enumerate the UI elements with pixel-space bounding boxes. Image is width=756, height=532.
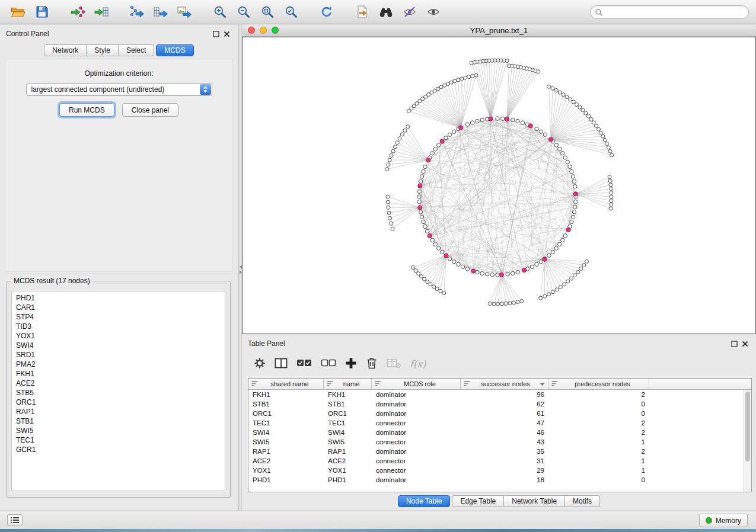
unselect-all-button[interactable] xyxy=(321,357,336,371)
import-table-button[interactable] xyxy=(90,2,112,21)
cell-successor-nodes[interactable]: 31 xyxy=(461,457,548,464)
export-table-button[interactable] xyxy=(149,2,171,21)
mcds-result-item[interactable]: PHD1 xyxy=(16,293,221,303)
close-panel-button-mcds[interactable]: Close panel xyxy=(122,103,178,117)
task-history-button[interactable] xyxy=(7,514,23,526)
cell-mcds-role[interactable]: dominator xyxy=(372,400,461,408)
cell-predecessor-nodes[interactable]: 0 xyxy=(548,476,649,483)
column-header-successor-nodes[interactable]: successor nodes xyxy=(461,379,548,389)
tab-network[interactable]: Network xyxy=(44,44,87,56)
cell-shared-name[interactable]: YOX1 xyxy=(248,467,324,474)
float-panel-button[interactable] xyxy=(210,29,221,39)
zoom-in-button[interactable] xyxy=(209,2,231,21)
cell-successor-nodes[interactable]: 46 xyxy=(461,429,548,436)
network-graph[interactable] xyxy=(243,37,755,334)
column-header-mcds-role[interactable]: MCDS role xyxy=(372,379,461,389)
float-table-panel-button[interactable] xyxy=(729,339,739,348)
cell-shared-name[interactable]: FKH1 xyxy=(248,391,324,398)
cell-name[interactable]: ACE2 xyxy=(324,457,372,464)
filter-button[interactable] xyxy=(398,2,420,21)
table-row[interactable]: STB1 STB1 dominator 62 0 xyxy=(248,399,744,409)
zoom-fit-button[interactable] xyxy=(256,2,278,21)
cell-name[interactable]: RAP1 xyxy=(324,448,372,455)
cell-successor-nodes[interactable]: 29 xyxy=(461,467,548,474)
scrollbar-thumb[interactable] xyxy=(745,392,750,462)
mcds-result-item[interactable]: SRD1 xyxy=(16,350,221,360)
criterion-select[interactable]: largest connected component (undirected) xyxy=(26,83,212,96)
tab-style[interactable]: Style xyxy=(87,44,119,56)
cell-predecessor-nodes[interactable]: 2 xyxy=(548,448,649,455)
cell-name[interactable]: TEC1 xyxy=(324,419,372,427)
cell-successor-nodes[interactable]: 61 xyxy=(461,410,548,417)
tab-node-table[interactable]: Node Table xyxy=(398,495,451,507)
export-image-button[interactable] xyxy=(173,2,195,21)
cell-successor-nodes[interactable]: 62 xyxy=(461,400,548,408)
mcds-result-item[interactable]: ACE2 xyxy=(16,379,221,388)
mcds-result-item[interactable]: GCR1 xyxy=(16,445,221,454)
delete-column-button[interactable] xyxy=(366,357,378,371)
mcds-result-item[interactable]: PMA2 xyxy=(16,360,221,369)
table-row[interactable]: SWI5 SWI5 connector 43 1 xyxy=(248,437,744,447)
cell-name[interactable]: STB1 xyxy=(324,400,372,408)
table-row[interactable]: YOX1 YOX1 connector 29 1 xyxy=(248,466,744,475)
cell-mcds-role[interactable]: dominator xyxy=(372,429,461,436)
cell-name[interactable]: FKH1 xyxy=(324,391,372,398)
cell-shared-name[interactable]: RAP1 xyxy=(248,448,324,455)
mcds-result-item[interactable]: STB1 xyxy=(16,416,221,426)
save-button[interactable] xyxy=(31,2,53,21)
mcds-result-item[interactable]: TEC1 xyxy=(16,435,221,445)
close-table-panel-button[interactable] xyxy=(739,339,750,348)
refresh-button[interactable] xyxy=(315,2,337,21)
find-button[interactable] xyxy=(375,2,397,21)
import-network-button[interactable] xyxy=(66,2,88,21)
select-all-button[interactable] xyxy=(296,357,312,371)
mcds-result-item[interactable]: STB5 xyxy=(16,388,221,398)
cell-name[interactable]: ORC1 xyxy=(324,410,372,417)
cell-predecessor-nodes[interactable]: 2 xyxy=(548,391,649,398)
cell-predecessor-nodes[interactable]: 1 xyxy=(548,438,649,446)
column-header-shared-name[interactable]: shared name xyxy=(248,379,324,389)
search-input[interactable] xyxy=(590,5,749,19)
zoom-selected-button[interactable] xyxy=(280,2,302,21)
cell-name[interactable]: SWI4 xyxy=(324,429,372,436)
show-hide-button[interactable] xyxy=(422,2,444,21)
tab-network-table[interactable]: Network Table xyxy=(504,495,565,507)
cell-successor-nodes[interactable]: 43 xyxy=(461,438,548,446)
table-row[interactable]: RAP1 RAP1 dominator 35 2 xyxy=(248,447,744,456)
table-row[interactable]: SWI4 SWI4 dominator 46 2 xyxy=(248,428,744,437)
cell-predecessor-nodes[interactable]: 0 xyxy=(548,410,649,417)
tab-mcds[interactable]: MCDS xyxy=(156,44,193,56)
mcds-result-item[interactable]: ORC1 xyxy=(16,398,221,407)
cell-predecessor-nodes[interactable]: 2 xyxy=(548,429,649,436)
mcds-result-item[interactable]: CAR1 xyxy=(16,303,221,312)
table-row[interactable]: FKH1 FKH1 dominator 96 2 xyxy=(248,390,744,399)
table-row[interactable]: PHD1 PHD1 dominator 18 0 xyxy=(248,475,744,485)
cell-predecessor-nodes[interactable]: 1 xyxy=(548,457,649,464)
show-columns-button[interactable] xyxy=(275,357,288,371)
close-panel-button[interactable] xyxy=(221,29,232,39)
mcds-result-item[interactable]: TID3 xyxy=(16,322,221,331)
cell-mcds-role[interactable]: connector xyxy=(372,419,461,427)
cell-name[interactable]: YOX1 xyxy=(324,467,372,474)
tab-select[interactable]: Select xyxy=(119,44,154,56)
cell-name[interactable]: PHD1 xyxy=(324,476,372,483)
cell-mcds-role[interactable]: dominator xyxy=(372,391,461,398)
cell-predecessor-nodes[interactable]: 1 xyxy=(548,467,649,474)
table-row[interactable]: ORC1 ORC1 dominator 61 0 xyxy=(248,409,744,418)
cell-mcds-role[interactable]: connector xyxy=(372,457,461,464)
cell-shared-name[interactable]: ORC1 xyxy=(248,410,324,417)
mcds-result-item[interactable]: FKH1 xyxy=(16,369,221,379)
cell-shared-name[interactable]: ACE2 xyxy=(248,457,324,464)
cell-shared-name[interactable]: PHD1 xyxy=(248,476,324,483)
cell-shared-name[interactable]: TEC1 xyxy=(248,419,324,427)
zoom-out-button[interactable] xyxy=(232,2,254,21)
cell-shared-name[interactable]: STB1 xyxy=(248,400,324,408)
cell-predecessor-nodes[interactable]: 2 xyxy=(548,419,649,427)
table-settings-button[interactable] xyxy=(254,357,266,371)
export-network-button[interactable] xyxy=(126,2,148,21)
cell-successor-nodes[interactable]: 35 xyxy=(461,448,548,455)
cell-successor-nodes[interactable]: 18 xyxy=(461,476,548,483)
cell-shared-name[interactable]: SWI4 xyxy=(248,429,324,436)
cell-mcds-role[interactable]: dominator xyxy=(372,476,461,483)
mcds-result-item[interactable]: YOX1 xyxy=(16,331,221,341)
